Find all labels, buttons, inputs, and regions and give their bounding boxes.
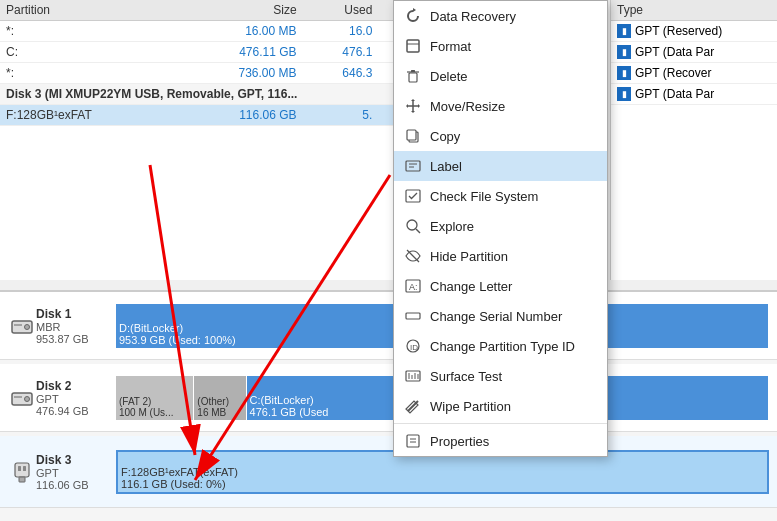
disk3-name: Disk 3 xyxy=(36,453,116,467)
context-menu: Data Recovery Format Delete Move/Resize … xyxy=(393,0,608,457)
ctx-label: Check File System xyxy=(430,189,538,204)
seg-size: 16 MB xyxy=(197,407,226,418)
ctx-change-serial[interactable]: Change Serial Number xyxy=(394,301,607,331)
recover-icon xyxy=(404,7,422,25)
svg-line-13 xyxy=(407,250,419,262)
svg-rect-26 xyxy=(417,374,419,379)
disk-header-row: Disk 3 (MI XMUP22YM USB, Removable, GPT,… xyxy=(0,84,400,105)
surface-icon xyxy=(404,367,422,385)
disk1-name: Disk 1 xyxy=(36,307,116,321)
ctx-move-resize[interactable]: Move/Resize xyxy=(394,91,607,121)
ctx-hide-partition[interactable]: Hide Partition xyxy=(394,241,607,271)
ctx-surface-test[interactable]: Surface Test xyxy=(394,361,607,391)
ctx-label: Surface Test xyxy=(430,369,502,384)
ctx-label: Properties xyxy=(430,434,489,449)
ctx-wipe-partition[interactable]: Wipe Partition xyxy=(394,391,607,421)
partition-name: C: xyxy=(0,42,176,63)
table-row[interactable]: C: 476.11 GB 476.1 xyxy=(0,42,400,63)
ctx-label: Data Recovery xyxy=(430,9,516,24)
check-icon xyxy=(404,187,422,205)
right-panel-label: GPT (Data Par xyxy=(635,45,714,59)
disk2-name: Disk 2 xyxy=(36,379,116,393)
disk3-size: 116.06 GB xyxy=(36,479,116,491)
disk1-label: Disk 1 MBR 953.87 GB xyxy=(36,307,116,345)
col-header-name: Partition xyxy=(0,0,176,21)
ctx-label: Change Partition Type ID xyxy=(430,339,575,354)
partition-used: 5. xyxy=(303,105,379,126)
svg-rect-39 xyxy=(23,466,26,471)
ctx-format[interactable]: Format xyxy=(394,31,607,61)
hide-icon xyxy=(404,247,422,265)
type-icon: ID xyxy=(404,337,422,355)
svg-rect-24 xyxy=(411,375,413,379)
svg-rect-2 xyxy=(409,73,417,82)
ctx-explore[interactable]: Explore xyxy=(394,211,607,241)
svg-point-31 xyxy=(25,324,30,329)
partition-size: 116.06 GB xyxy=(176,105,302,126)
svg-rect-37 xyxy=(19,477,25,482)
right-panel-item: ▮ GPT (Recover xyxy=(611,63,777,84)
partition-used: 476.1 xyxy=(303,42,379,63)
right-panel-item: ▮ GPT (Reserved) xyxy=(611,21,777,42)
disk-label: Disk 3 (MI XMUP22YM USB, Removable, GPT,… xyxy=(0,84,400,105)
ctx-label: Delete xyxy=(430,69,468,84)
seg-label: C:(BitLocker) xyxy=(250,394,314,406)
ctx-properties[interactable]: Properties xyxy=(394,426,607,456)
svg-line-12 xyxy=(416,229,420,233)
right-panel-label: GPT (Reserved) xyxy=(635,24,722,38)
partition-used: 16.0 xyxy=(303,21,379,42)
delete-icon xyxy=(404,67,422,85)
disk-badge-icon: ▮ xyxy=(617,87,631,101)
ctx-copy[interactable]: Copy xyxy=(394,121,607,151)
disk2-seg2[interactable]: (Other) 16 MB xyxy=(194,376,246,420)
ctx-label: Change Serial Number xyxy=(430,309,562,324)
partition-table: Partition Size Used *: 16.00 MB 16.0 C: … xyxy=(0,0,400,126)
seg-size: 116.1 GB (Used: 0%) xyxy=(121,478,226,490)
table-row[interactable]: F:128GB¹exFAT 116.06 GB 5. xyxy=(0,105,400,126)
disk2-seg1[interactable]: (FAT 2) 100 M (Us... xyxy=(116,376,194,420)
seg-size: 953.9 GB (Used: 100%) xyxy=(119,334,236,346)
seg-label: D:(BitLocker) xyxy=(119,322,183,334)
disk1-type: MBR xyxy=(36,321,116,333)
ctx-check-fs[interactable]: Check File System xyxy=(394,181,607,211)
svg-rect-7 xyxy=(406,161,420,171)
right-info-panel: Type ▮ GPT (Reserved) ▮ GPT (Data Par ▮ … xyxy=(610,0,777,280)
move-icon xyxy=(404,97,422,115)
svg-text:ID: ID xyxy=(410,343,418,352)
ctx-delete[interactable]: Delete xyxy=(394,61,607,91)
col-header-size: Size xyxy=(176,0,302,21)
disk3-icon xyxy=(8,459,36,485)
ctx-change-type[interactable]: ID Change Partition Type ID xyxy=(394,331,607,361)
ctx-label: Move/Resize xyxy=(430,99,505,114)
right-panel-header: Type xyxy=(611,0,777,21)
svg-rect-16 xyxy=(406,313,420,319)
disk-visualization-area: Disk 1 MBR 953.87 GB D:(BitLocker) 953.9… xyxy=(0,290,777,521)
copy-icon xyxy=(404,127,422,145)
disk3-row: Disk 3 GPT 116.06 GB F:128GB¹exFAT(exFAT… xyxy=(0,436,777,508)
svg-point-11 xyxy=(407,220,417,230)
right-panel-label: GPT (Data Par xyxy=(635,87,714,101)
seg-label: F:128GB¹exFAT(exFAT) xyxy=(121,466,238,478)
disk-badge-icon: ▮ xyxy=(617,66,631,80)
disk-badge-icon: ▮ xyxy=(617,24,631,38)
ctx-label: Hide Partition xyxy=(430,249,508,264)
table-row[interactable]: *: 16.00 MB 16.0 xyxy=(0,21,400,42)
disk1-icon xyxy=(8,313,36,339)
disk1-size: 953.87 GB xyxy=(36,333,116,345)
ctx-data-recovery[interactable]: Data Recovery xyxy=(394,1,607,31)
ctx-label: Label xyxy=(430,159,462,174)
disk2-icon xyxy=(8,385,36,411)
disk2-type: GPT xyxy=(36,393,116,405)
svg-text:A:: A: xyxy=(409,282,418,292)
seg-label: (Other) xyxy=(197,396,229,407)
format-icon xyxy=(404,37,422,55)
label-icon xyxy=(404,157,422,175)
disk3-label: Disk 3 GPT 116.06 GB xyxy=(36,453,116,491)
ctx-change-letter[interactable]: A: Change Letter xyxy=(394,271,607,301)
disk2-label: Disk 2 GPT 476.94 GB xyxy=(36,379,116,417)
ctx-label-item[interactable]: Label xyxy=(394,151,607,181)
table-row[interactable]: *: 736.00 MB 646.3 xyxy=(0,63,400,84)
svg-point-34 xyxy=(25,396,30,401)
svg-rect-27 xyxy=(407,435,419,447)
ctx-label: Wipe Partition xyxy=(430,399,511,414)
